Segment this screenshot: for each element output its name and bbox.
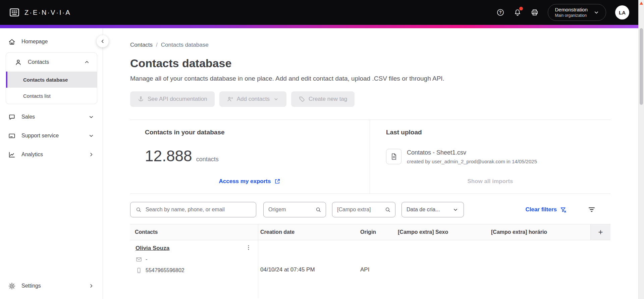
- breadcrumb-separator: /: [156, 42, 158, 48]
- anchor-icon: [138, 96, 144, 102]
- notification-badge: [519, 7, 523, 10]
- show-all-imports-link[interactable]: Show all imports: [467, 178, 513, 185]
- devices-button[interactable]: [531, 8, 539, 16]
- scroll-up-arrow[interactable]: [640, 2, 643, 5]
- sidebar-item-homepage[interactable]: Homepage: [0, 32, 103, 51]
- zenvia-logo-icon: [9, 7, 20, 18]
- envelope-icon: [136, 256, 142, 263]
- help-icon: ?: [496, 8, 504, 16]
- main-content: Contacts / Contacts database Contacts da…: [103, 28, 644, 299]
- create-new-tag-label: Create new tag: [309, 96, 347, 102]
- filters-bar: Data de cria... Clear filters: [130, 202, 610, 217]
- row-menu-button[interactable]: [245, 244, 252, 251]
- sidebar-item-label: Contacts database: [23, 77, 68, 83]
- search-icon: [315, 206, 322, 213]
- search-input[interactable]: [146, 207, 251, 213]
- add-contacts-label: Add contacts: [237, 96, 270, 102]
- gear-icon: [8, 282, 16, 290]
- analytics-chart-icon: [8, 151, 16, 159]
- add-contacts-button[interactable]: Add contacts: [219, 91, 286, 107]
- chevron-down-icon: [273, 96, 279, 102]
- person-icon: [14, 58, 22, 66]
- contact-cell: Olivia Souza: [130, 240, 258, 298]
- organization-subtitle: Main organization: [555, 13, 587, 18]
- contacts-table: Contacts Creation date Origin [Campo ext…: [130, 224, 610, 298]
- contact-name-link[interactable]: Olivia Souza: [136, 245, 169, 252]
- column-header-extra-sexo[interactable]: [Campo extra] Sexo: [396, 224, 489, 240]
- page: Z·E·N·V·I·A ?: [0, 0, 644, 299]
- organization-name: Demonstration: [555, 7, 588, 13]
- page-actions: See API documentation Add contacts: [130, 91, 644, 107]
- create-new-tag-button[interactable]: Create new tag: [291, 91, 355, 107]
- access-my-exports-link[interactable]: Access my exports: [219, 178, 281, 185]
- search-field-wrap: [130, 202, 256, 217]
- brand-gradient-bar: [0, 25, 644, 28]
- origin-cell: API: [358, 240, 396, 298]
- brand[interactable]: Z·E·N·V·I·A: [9, 7, 71, 18]
- contacts-count-title: Contacts in your database: [145, 129, 370, 136]
- column-header-contacts[interactable]: Contacts: [130, 224, 258, 240]
- chevron-down-icon: [88, 114, 95, 120]
- brand-wordmark: Z·E·N·V·I·A: [24, 9, 71, 16]
- support-chat-icon: [8, 132, 16, 140]
- origin-filter-input[interactable]: [268, 207, 312, 213]
- column-header-origin[interactable]: Origin: [358, 224, 396, 240]
- notifications-button[interactable]: [514, 8, 522, 16]
- sidebar-item-support-service[interactable]: Support service: [0, 126, 103, 145]
- page-subtitle: Manage all of your contacts database in …: [130, 75, 644, 83]
- clear-filters-button[interactable]: Clear filters: [525, 206, 567, 213]
- column-header-creation-date[interactable]: Creation date: [258, 224, 358, 240]
- upload-meta: created by user_admin_2_prod@uorak.com i…: [407, 159, 537, 164]
- organization-labels: Demonstration Main organization: [555, 7, 588, 18]
- printer-icon: [531, 8, 539, 16]
- creation-date-filter-select[interactable]: Data de cria...: [401, 202, 464, 217]
- upload-filename: Contatos - Sheet1.csv: [407, 149, 537, 156]
- sidebar-item-contacts[interactable]: Contacts: [6, 53, 97, 72]
- contact-email-value: -: [146, 256, 147, 262]
- breadcrumb: Contacts / Contacts database: [130, 42, 644, 48]
- search-icon: [135, 206, 142, 213]
- column-header-extra-horario[interactable]: [Campo extra] horário: [489, 224, 590, 240]
- breadcrumb-contacts-database[interactable]: Contacts database: [161, 42, 209, 48]
- sidebar-item-settings[interactable]: Settings: [0, 276, 103, 295]
- extra-field-wrap: [332, 202, 395, 217]
- app-body: Homepage Contacts: [0, 28, 644, 299]
- last-upload-card: Last upload Con: [370, 120, 610, 194]
- sidebar-item-label: Sales: [21, 114, 35, 120]
- add-column-button[interactable]: +: [590, 224, 610, 240]
- avatar[interactable]: LA: [615, 5, 629, 19]
- sidebar-item-label: Settings: [21, 283, 41, 289]
- scrollbar-thumb[interactable]: [640, 28, 643, 105]
- document-icon: [390, 153, 398, 161]
- chevron-down-icon: [593, 9, 600, 16]
- see-api-documentation-button[interactable]: See API documentation: [130, 91, 215, 107]
- file-icon-box: [386, 149, 401, 164]
- chevron-up-icon: [84, 59, 90, 66]
- access-my-exports-label: Access my exports: [219, 178, 271, 185]
- contacts-count-value: 12.888: [145, 147, 192, 165]
- mobile-phone-icon: [136, 267, 142, 274]
- sidebar-item-label: Contacts: [28, 59, 49, 65]
- sidebar-item-label: Homepage: [21, 39, 48, 45]
- extra-field-filter-input[interactable]: [337, 207, 382, 213]
- extra-sexo-cell: [396, 240, 489, 298]
- organization-switcher[interactable]: Demonstration Main organization: [548, 4, 606, 21]
- sidebar-collapse-button[interactable]: [97, 35, 109, 47]
- chevron-down-icon: [88, 132, 95, 139]
- contacts-count-row: 12.888 contacts: [145, 147, 370, 165]
- sidebar-item-contacts-list[interactable]: Contacts list: [6, 88, 97, 104]
- page-scrollbar[interactable]: [638, 0, 644, 299]
- contact-phone-value: 5547965596802: [146, 267, 184, 273]
- sidebar-item-contacts-database[interactable]: Contacts database: [6, 72, 97, 88]
- svg-text:?: ?: [499, 10, 502, 15]
- clear-filters-label: Clear filters: [525, 206, 557, 213]
- sidebar-item-label: Contacts list: [23, 93, 51, 99]
- sidebar-item-analytics[interactable]: Analytics: [0, 145, 103, 164]
- contact-phone-line: 5547965596802: [136, 267, 255, 274]
- filter-settings-button[interactable]: [588, 206, 596, 214]
- sidebar-item-sales[interactable]: Sales: [0, 108, 103, 126]
- help-button[interactable]: ?: [496, 8, 504, 16]
- exports-link-wrap: Access my exports: [130, 178, 370, 185]
- breadcrumb-contacts[interactable]: Contacts: [130, 42, 153, 48]
- summary-cards: Contacts in your database 12.888 contact…: [130, 120, 610, 194]
